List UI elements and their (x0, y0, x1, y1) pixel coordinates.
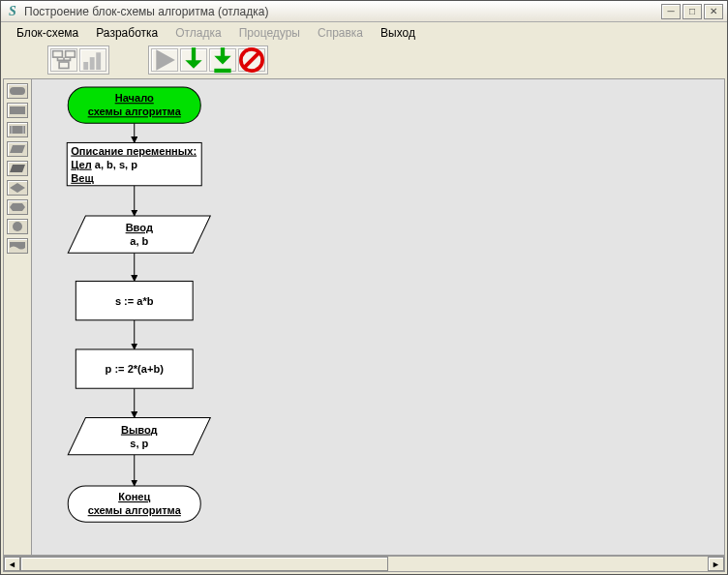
svg-text:Вещ: Вещ (71, 172, 94, 184)
run-play-icon[interactable] (151, 48, 178, 72)
svg-text:схемы алгоритма: схемы алгоритма (88, 504, 182, 516)
svg-rect-2 (59, 62, 69, 69)
palette-subroutine-icon[interactable] (7, 122, 28, 137)
svg-text:Цел a, b, s, p: Цел a, b, s, p (71, 159, 137, 170)
svg-rect-8 (10, 87, 25, 95)
svg-text:a, b: a, b (130, 235, 148, 247)
node-output[interactable]: Вывод s, p (68, 417, 210, 454)
menu-development[interactable]: Разработка (88, 24, 166, 42)
scroll-thumb[interactable] (20, 557, 388, 571)
menu-help[interactable]: Справка (310, 24, 371, 42)
svg-rect-9 (10, 106, 25, 114)
node-end[interactable]: Конец схемы алгоритма (68, 486, 200, 522)
step-over-icon[interactable] (180, 48, 207, 72)
svg-rect-4 (90, 57, 95, 70)
app-icon: S (5, 4, 20, 19)
scroll-left-button[interactable]: ◄ (4, 557, 20, 571)
toolbar-group-run (148, 45, 268, 75)
shape-palette (3, 78, 32, 556)
toolbar (1, 44, 727, 76)
palette-decision-icon[interactable] (7, 180, 28, 196)
palette-loop-icon[interactable] (7, 199, 28, 215)
step-into-icon[interactable] (209, 48, 236, 72)
horizontal-scrollbar[interactable]: ◄ ► (3, 556, 725, 572)
svg-text:схемы алгоритма: схемы алгоритма (88, 106, 182, 117)
app-window: S Построение блок-схемы алгоритма (отлад… (0, 0, 728, 575)
palette-process-icon[interactable] (7, 103, 28, 118)
node-input[interactable]: Ввод a, b (68, 216, 210, 253)
svg-point-13 (13, 222, 22, 231)
svg-rect-5 (96, 52, 101, 70)
svg-text:s := a*b: s := a*b (115, 295, 154, 307)
node-process-1[interactable]: s := a*b (76, 281, 193, 319)
node-process-2[interactable]: p := 2*(a+b) (76, 349, 193, 388)
svg-text:Описание переменных:: Описание переменных: (71, 145, 197, 157)
menu-debug[interactable]: Отладка (167, 24, 228, 42)
svg-text:Ввод: Ввод (126, 222, 153, 233)
tool-schema-icon[interactable] (50, 48, 77, 72)
menu-procedures[interactable]: Процедуры (231, 24, 308, 42)
palette-io-icon[interactable] (7, 141, 28, 157)
toolbar-group-edit (47, 45, 109, 75)
maximize-button[interactable]: □ (682, 4, 702, 19)
node-start[interactable]: Начало схемы алгоритма (68, 87, 200, 123)
tool-chart-icon[interactable] (79, 48, 106, 72)
svg-text:p := 2*(a+b): p := 2*(a+b) (106, 363, 165, 375)
minimize-button[interactable]: ─ (661, 4, 681, 19)
node-declaration[interactable]: Описание переменных: Цел a, b, s, p Вещ (67, 142, 201, 185)
stop-icon[interactable] (238, 48, 265, 72)
palette-terminator-icon[interactable] (7, 83, 28, 99)
svg-rect-0 (53, 50, 63, 57)
menu-bar: Блок-схема Разработка Отладка Процедуры … (1, 22, 727, 44)
palette-document-icon[interactable] (7, 238, 28, 254)
palette-connector-icon[interactable] (7, 219, 28, 234)
svg-text:s, p: s, p (130, 438, 148, 449)
svg-rect-6 (214, 69, 230, 73)
svg-text:Начало: Начало (115, 92, 154, 104)
close-button[interactable]: ✕ (704, 4, 723, 19)
canvas-area[interactable]: Начало схемы алгоритма Описание переменн… (32, 78, 725, 556)
menu-block-schema[interactable]: Блок-схема (9, 24, 86, 42)
title-bar: S Построение блок-схемы алгоритма (отлад… (1, 1, 727, 22)
work-area: Начало схемы алгоритма Описание переменн… (3, 78, 725, 556)
scroll-right-button[interactable]: ► (708, 557, 724, 571)
svg-rect-1 (66, 50, 76, 57)
svg-rect-3 (83, 62, 88, 70)
window-buttons: ─ □ ✕ (661, 4, 723, 19)
svg-text:Вывод: Вывод (121, 424, 158, 436)
window-title: Построение блок-схемы алгоритма (отладка… (24, 5, 661, 18)
svg-text:Конец: Конец (118, 491, 150, 502)
palette-io2-icon[interactable] (7, 161, 28, 176)
menu-exit[interactable]: Выход (373, 24, 423, 42)
flowchart-svg: Начало схемы алгоритма Описание переменн… (32, 79, 724, 556)
